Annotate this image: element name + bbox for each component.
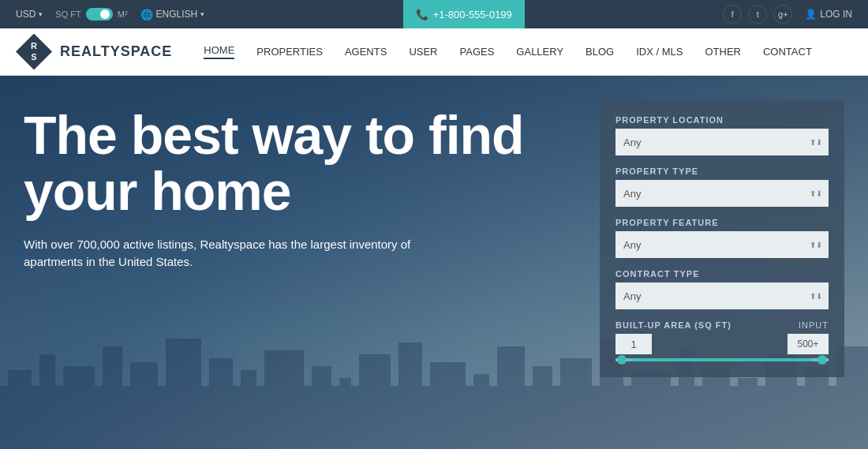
unit-switch[interactable]	[86, 8, 113, 21]
property-type-select[interactable]: Any	[615, 180, 829, 207]
nav-blog[interactable]: BLOG	[586, 46, 614, 58]
globe-icon: 🌐	[140, 9, 153, 21]
googleplus-icon[interactable]: g+	[773, 5, 792, 24]
phone-box: 📞 +1-800-555-0199	[403, 0, 525, 28]
range-handle-max[interactable]	[817, 355, 827, 365]
svg-rect-10	[312, 366, 331, 449]
nav-home[interactable]: HOME	[204, 44, 234, 59]
login-label: LOG IN	[820, 9, 852, 20]
phone-icon: 📞	[416, 9, 428, 21]
builtup-min-value: 1	[615, 334, 652, 354]
svg-rect-4	[103, 346, 122, 449]
nav-links: HOME PROPERTIES AGENTS USER PAGES GALLER…	[204, 44, 812, 59]
hero-title: The best way to find your home	[24, 107, 529, 220]
svg-rect-14	[430, 362, 466, 449]
toggle-knob	[100, 9, 110, 19]
topbar-right: f t g+ 👤 LOG IN	[723, 5, 852, 24]
currency-label: USD	[16, 9, 36, 20]
property-location-select[interactable]: Any	[615, 129, 829, 155]
svg-rect-8	[241, 370, 256, 449]
contract-type-select[interactable]: Any	[615, 282, 829, 309]
svg-rect-12	[359, 354, 391, 449]
svg-rect-3	[63, 366, 95, 449]
svg-rect-13	[398, 342, 422, 449]
range-handle-min[interactable]	[617, 355, 627, 365]
svg-rect-2	[39, 354, 55, 449]
topbar: USD ▾ SQ FT M² 🌐 ENGLISH ▾ 📞 +1-800-555-…	[0, 0, 868, 28]
property-feature-wrapper: Any ⬆⬇	[615, 231, 829, 258]
property-feature-label: PROPERTY FEATURE	[615, 218, 829, 227]
navbar: RS REALTYSPACE HOME PROPERTIES AGENTS US…	[0, 28, 868, 76]
nav-agents[interactable]: AGENTS	[345, 46, 387, 58]
svg-rect-23	[738, 378, 758, 449]
property-feature-select[interactable]: Any	[615, 231, 829, 258]
property-feature-group: PROPERTY FEATURE Any ⬆⬇	[615, 218, 829, 258]
nav-properties[interactable]: PROPERTIES	[256, 46, 323, 58]
svg-rect-5	[130, 362, 158, 449]
property-location-group: PROPERTY LOCATION Any ⬆⬇	[615, 115, 829, 155]
nav-pages[interactable]: PAGES	[460, 46, 495, 58]
logo: RS REALTYSPACE	[16, 34, 172, 70]
property-location-wrapper: Any ⬆⬇	[615, 129, 829, 155]
svg-rect-1	[8, 370, 32, 449]
svg-rect-16	[497, 346, 525, 449]
language-selector[interactable]: 🌐 ENGLISH ▾	[140, 9, 205, 21]
svg-rect-9	[264, 350, 304, 449]
nav-idxmls[interactable]: IDX / MLS	[636, 46, 683, 58]
builtup-label: BUILT-UP AREA (SQ FT)	[615, 320, 731, 330]
social-icons: f t g+	[723, 5, 792, 24]
chevron-down-icon: ▾	[39, 10, 43, 18]
property-location-label: PROPERTY LOCATION	[615, 115, 829, 125]
twitter-icon[interactable]: t	[748, 5, 767, 24]
contract-type-group: CONTRACT TYPE Any ⬆⬇	[615, 269, 829, 309]
facebook-icon[interactable]: f	[723, 5, 742, 24]
login-button[interactable]: 👤 LOG IN	[805, 9, 852, 20]
topbar-left: USD ▾ SQ FT M² 🌐 ENGLISH ▾	[16, 8, 204, 21]
language-label: ENGLISH	[156, 9, 198, 20]
hero-content: The best way to find your home With over…	[0, 76, 552, 303]
search-panel: PROPERTY LOCATION Any ⬆⬇ PROPERTY TYPE A…	[600, 99, 844, 377]
builtup-max-value: 500+	[788, 334, 829, 354]
nav-other[interactable]: OTHER	[705, 46, 741, 58]
builtup-header: BUILT-UP AREA (SQ FT) INPUT	[615, 320, 829, 330]
svg-rect-17	[533, 366, 552, 449]
property-type-wrapper: Any ⬆⬇	[615, 180, 829, 207]
unit-m2-label: M²	[118, 9, 128, 19]
svg-rect-18	[560, 358, 592, 449]
svg-rect-20	[631, 370, 671, 449]
nav-user[interactable]: USER	[409, 46, 437, 58]
logo-initials: RS	[31, 41, 37, 62]
unit-sqft-label: SQ FT	[55, 9, 80, 19]
logo-diamond: RS	[16, 34, 52, 70]
hero-subtitle: With over 700,000 active listings, Realt…	[24, 236, 442, 271]
svg-rect-25	[805, 366, 829, 449]
currency-selector[interactable]: USD ▾	[16, 9, 43, 20]
brand-name: REALTYSPACE	[60, 43, 172, 60]
property-type-label: PROPERTY TYPE	[615, 167, 829, 176]
builtup-values: 1 500+	[615, 334, 829, 354]
input-label: INPUT	[799, 320, 829, 330]
range-slider[interactable]	[615, 358, 829, 361]
phone-number: +1-800-555-0199	[433, 9, 512, 21]
chevron-down-icon: ▾	[200, 10, 204, 18]
contract-type-wrapper: Any ⬆⬇	[615, 282, 829, 309]
nav-gallery[interactable]: GALLERY	[516, 46, 563, 58]
svg-rect-15	[473, 374, 489, 449]
builtup-area-group: BUILT-UP AREA (SQ FT) INPUT 1 500+	[615, 320, 829, 361]
contract-type-label: CONTRACT TYPE	[615, 269, 829, 279]
property-type-group: PROPERTY TYPE Any ⬆⬇	[615, 167, 829, 207]
user-icon: 👤	[805, 9, 817, 20]
nav-contact[interactable]: CONTACT	[763, 46, 812, 58]
hero-section: The best way to find your home With over…	[0, 76, 868, 449]
unit-toggle[interactable]: SQ FT M²	[55, 8, 127, 21]
svg-rect-7	[209, 358, 233, 449]
svg-rect-11	[339, 378, 351, 449]
svg-rect-6	[166, 339, 201, 449]
